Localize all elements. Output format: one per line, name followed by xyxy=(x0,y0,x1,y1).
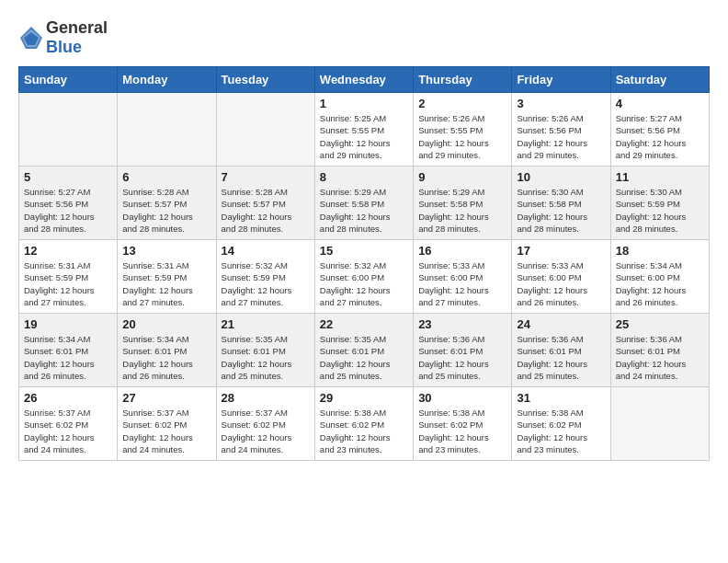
logo: General Blue xyxy=(18,18,108,57)
day-info: Sunrise: 5:32 AM Sunset: 6:00 PM Dayligh… xyxy=(320,259,408,308)
day-number: 14 xyxy=(222,244,310,258)
calendar-cell: 6Sunrise: 5:28 AM Sunset: 5:57 PM Daylig… xyxy=(118,167,216,240)
day-info: Sunrise: 5:29 AM Sunset: 5:58 PM Dayligh… xyxy=(418,186,506,235)
day-number: 30 xyxy=(418,391,506,405)
day-info: Sunrise: 5:30 AM Sunset: 5:59 PM Dayligh… xyxy=(616,186,704,235)
day-info: Sunrise: 5:34 AM Sunset: 6:00 PM Dayligh… xyxy=(616,259,704,308)
weekday-header-thursday: Thursday xyxy=(414,67,512,93)
calendar-cell: 17Sunrise: 5:33 AM Sunset: 6:00 PM Dayli… xyxy=(512,240,610,314)
day-number: 21 xyxy=(222,317,310,331)
day-info: Sunrise: 5:30 AM Sunset: 5:58 PM Dayligh… xyxy=(517,186,605,235)
day-info: Sunrise: 5:34 AM Sunset: 6:01 PM Dayligh… xyxy=(122,333,210,382)
day-info: Sunrise: 5:27 AM Sunset: 5:56 PM Dayligh… xyxy=(616,112,704,161)
day-info: Sunrise: 5:37 AM Sunset: 6:02 PM Dayligh… xyxy=(222,407,310,455)
day-info: Sunrise: 5:38 AM Sunset: 6:02 PM Dayligh… xyxy=(517,407,605,455)
day-number: 8 xyxy=(320,170,408,184)
day-number: 16 xyxy=(418,244,506,258)
day-number: 18 xyxy=(616,244,704,258)
calendar-cell: 27Sunrise: 5:37 AM Sunset: 6:02 PM Dayli… xyxy=(118,387,216,461)
calendar-cell: 28Sunrise: 5:37 AM Sunset: 6:02 PM Dayli… xyxy=(216,387,314,461)
day-number: 3 xyxy=(517,97,605,110)
day-info: Sunrise: 5:32 AM Sunset: 5:59 PM Dayligh… xyxy=(222,259,310,308)
day-number: 4 xyxy=(616,97,704,110)
day-info: Sunrise: 5:38 AM Sunset: 6:02 PM Dayligh… xyxy=(418,407,506,455)
day-number: 17 xyxy=(517,244,605,258)
day-info: Sunrise: 5:31 AM Sunset: 5:59 PM Dayligh… xyxy=(122,259,210,308)
day-number: 10 xyxy=(517,170,605,184)
day-info: Sunrise: 5:28 AM Sunset: 5:57 PM Dayligh… xyxy=(122,186,210,235)
day-number: 19 xyxy=(24,317,112,331)
calendar-cell: 11Sunrise: 5:30 AM Sunset: 5:59 PM Dayli… xyxy=(610,167,709,240)
week-row-5: 26Sunrise: 5:37 AM Sunset: 6:02 PM Dayli… xyxy=(19,387,710,461)
day-info: Sunrise: 5:26 AM Sunset: 5:56 PM Dayligh… xyxy=(517,112,605,161)
calendar-cell: 9Sunrise: 5:29 AM Sunset: 5:58 PM Daylig… xyxy=(414,167,512,240)
page-header: General Blue xyxy=(18,18,710,57)
calendar-cell: 1Sunrise: 5:25 AM Sunset: 5:55 PM Daylig… xyxy=(314,93,413,167)
weekday-header-row: SundayMondayTuesdayWednesdayThursdayFrid… xyxy=(19,67,710,93)
day-info: Sunrise: 5:34 AM Sunset: 6:01 PM Dayligh… xyxy=(24,333,112,382)
week-row-3: 12Sunrise: 5:31 AM Sunset: 5:59 PM Dayli… xyxy=(19,240,710,314)
day-number: 15 xyxy=(320,244,408,258)
day-number: 28 xyxy=(222,391,310,405)
weekday-header-sunday: Sunday xyxy=(19,67,118,93)
calendar-cell: 21Sunrise: 5:35 AM Sunset: 6:01 PM Dayli… xyxy=(216,314,314,387)
day-number: 22 xyxy=(320,317,408,331)
day-number: 25 xyxy=(616,317,704,331)
weekday-header-wednesday: Wednesday xyxy=(314,67,413,93)
day-info: Sunrise: 5:33 AM Sunset: 6:00 PM Dayligh… xyxy=(517,259,605,308)
calendar-cell: 30Sunrise: 5:38 AM Sunset: 6:02 PM Dayli… xyxy=(414,387,512,461)
calendar-cell: 26Sunrise: 5:37 AM Sunset: 6:02 PM Dayli… xyxy=(19,387,118,461)
day-number: 31 xyxy=(517,391,605,405)
calendar-cell: 24Sunrise: 5:36 AM Sunset: 6:01 PM Dayli… xyxy=(512,314,610,387)
logo-general-text: General xyxy=(46,18,108,37)
calendar-cell: 13Sunrise: 5:31 AM Sunset: 5:59 PM Dayli… xyxy=(118,240,216,314)
calendar-cell: 31Sunrise: 5:38 AM Sunset: 6:02 PM Dayli… xyxy=(512,387,610,461)
calendar-cell: 25Sunrise: 5:36 AM Sunset: 6:01 PM Dayli… xyxy=(610,314,709,387)
calendar-cell xyxy=(19,93,118,167)
logo-blue-text: Blue xyxy=(46,38,82,56)
day-info: Sunrise: 5:25 AM Sunset: 5:55 PM Dayligh… xyxy=(320,112,408,161)
calendar-cell: 18Sunrise: 5:34 AM Sunset: 6:00 PM Dayli… xyxy=(610,240,709,314)
calendar-cell: 10Sunrise: 5:30 AM Sunset: 5:58 PM Dayli… xyxy=(512,167,610,240)
calendar-cell: 23Sunrise: 5:36 AM Sunset: 6:01 PM Dayli… xyxy=(414,314,512,387)
day-info: Sunrise: 5:26 AM Sunset: 5:55 PM Dayligh… xyxy=(418,112,506,161)
calendar-cell xyxy=(118,93,216,167)
day-info: Sunrise: 5:38 AM Sunset: 6:02 PM Dayligh… xyxy=(320,407,408,455)
day-number: 5 xyxy=(24,170,112,184)
weekday-header-friday: Friday xyxy=(512,67,610,93)
calendar-cell xyxy=(216,93,314,167)
week-row-1: 1Sunrise: 5:25 AM Sunset: 5:55 PM Daylig… xyxy=(19,93,710,167)
calendar-cell: 22Sunrise: 5:35 AM Sunset: 6:01 PM Dayli… xyxy=(314,314,413,387)
day-info: Sunrise: 5:35 AM Sunset: 6:01 PM Dayligh… xyxy=(222,333,310,382)
day-number: 7 xyxy=(222,170,310,184)
weekday-header-saturday: Saturday xyxy=(610,67,709,93)
calendar-cell: 15Sunrise: 5:32 AM Sunset: 6:00 PM Dayli… xyxy=(314,240,413,314)
day-number: 11 xyxy=(616,170,704,184)
weekday-header-tuesday: Tuesday xyxy=(216,67,314,93)
day-info: Sunrise: 5:33 AM Sunset: 6:00 PM Dayligh… xyxy=(418,259,506,308)
day-info: Sunrise: 5:35 AM Sunset: 6:01 PM Dayligh… xyxy=(320,333,408,382)
calendar-cell: 4Sunrise: 5:27 AM Sunset: 5:56 PM Daylig… xyxy=(610,93,709,167)
day-info: Sunrise: 5:37 AM Sunset: 6:02 PM Dayligh… xyxy=(122,407,210,455)
calendar-cell: 19Sunrise: 5:34 AM Sunset: 6:01 PM Dayli… xyxy=(19,314,118,387)
calendar-cell: 16Sunrise: 5:33 AM Sunset: 6:00 PM Dayli… xyxy=(414,240,512,314)
calendar-cell: 8Sunrise: 5:29 AM Sunset: 5:58 PM Daylig… xyxy=(314,167,413,240)
day-number: 12 xyxy=(24,244,112,258)
calendar-cell: 5Sunrise: 5:27 AM Sunset: 5:56 PM Daylig… xyxy=(19,167,118,240)
day-number: 20 xyxy=(122,317,210,331)
day-number: 26 xyxy=(24,391,112,405)
day-number: 29 xyxy=(320,391,408,405)
calendar-cell: 29Sunrise: 5:38 AM Sunset: 6:02 PM Dayli… xyxy=(314,387,413,461)
day-number: 13 xyxy=(122,244,210,258)
day-number: 1 xyxy=(320,97,408,110)
day-info: Sunrise: 5:36 AM Sunset: 6:01 PM Dayligh… xyxy=(517,333,605,382)
logo-icon xyxy=(18,25,44,51)
calendar-cell xyxy=(610,387,709,461)
day-info: Sunrise: 5:27 AM Sunset: 5:56 PM Dayligh… xyxy=(24,186,112,235)
calendar-cell: 2Sunrise: 5:26 AM Sunset: 5:55 PM Daylig… xyxy=(414,93,512,167)
day-info: Sunrise: 5:36 AM Sunset: 6:01 PM Dayligh… xyxy=(418,333,506,382)
day-number: 6 xyxy=(122,170,210,184)
day-info: Sunrise: 5:31 AM Sunset: 5:59 PM Dayligh… xyxy=(24,259,112,308)
day-number: 24 xyxy=(517,317,605,331)
day-info: Sunrise: 5:37 AM Sunset: 6:02 PM Dayligh… xyxy=(24,407,112,455)
